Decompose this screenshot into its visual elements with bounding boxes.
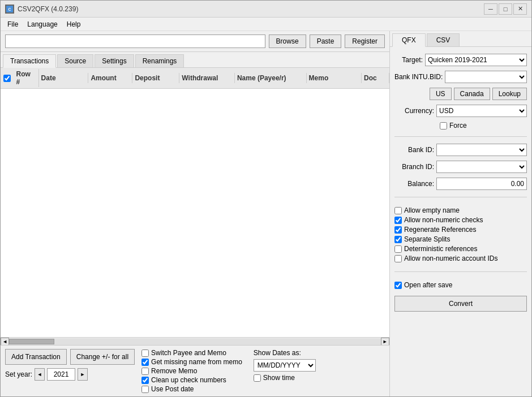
divider1 — [394, 136, 527, 137]
allow-nonnumeric-account-ids-checkbox[interactable] — [394, 255, 402, 262]
regenerate-references-label: Regenerate References — [404, 226, 476, 234]
right-tabs: QFX CSV — [390, 31, 531, 47]
title-bar: C CSV2QFX (4.0.239) ─ □ ✕ — [1, 1, 531, 18]
year-prev-button[interactable]: ◄ — [35, 368, 45, 381]
menu-bar: File Language Help — [1, 18, 531, 31]
paste-button[interactable]: Paste — [310, 34, 342, 48]
menu-language[interactable]: Language — [23, 19, 62, 29]
balance-input[interactable] — [436, 178, 527, 190]
select-all-checkbox[interactable] — [3, 75, 11, 82]
show-time-row: Show time — [254, 374, 316, 382]
open-after-save-row: Open after save — [394, 281, 527, 289]
use-post-date-label: Use Post date — [151, 385, 194, 393]
scroll-left-arrow[interactable]: ◄ — [1, 338, 9, 346]
change-for-all-button[interactable]: Change +/- for all — [70, 349, 135, 365]
cb-allow-nonnumeric-account: Allow non-numeric account IDs — [394, 254, 527, 262]
cb-allow-empty: Allow empty name — [394, 206, 527, 214]
header-checkbox-col — [1, 75, 14, 82]
date-format-row: MM/DD/YYYY DD/MM/YYYY YYYY/MM/DD — [254, 359, 316, 372]
main-content: Browse Paste Register Transactions Sourc… — [1, 31, 531, 396]
clean-check-checkbox[interactable] — [141, 377, 149, 384]
tab-csv[interactable]: CSV — [427, 33, 460, 46]
allow-nonnumeric-checks-checkbox[interactable] — [394, 217, 402, 224]
allow-nonnumeric-checks-label: Allow non-numeric checks — [404, 216, 483, 224]
menu-help[interactable]: Help — [62, 19, 85, 29]
show-dates-label: Show Dates as: — [254, 349, 316, 357]
cb-regenerate-refs: Regenerate References — [394, 226, 527, 234]
minimize-button[interactable]: ─ — [484, 3, 497, 15]
deterministic-references-checkbox[interactable] — [394, 245, 402, 253]
allow-nonnumeric-account-ids-label: Allow non-numeric account IDs — [404, 254, 497, 262]
show-time-checkbox[interactable] — [254, 374, 261, 382]
separate-splits-checkbox[interactable] — [394, 236, 402, 243]
currency-select[interactable]: USD EUR GBP CAD — [436, 105, 527, 117]
close-button[interactable]: ✕ — [513, 3, 527, 15]
window-controls: ─ □ ✕ — [484, 3, 527, 15]
bottom-left-controls: Add Transaction Change +/- for all Set y… — [5, 349, 135, 381]
add-transaction-button[interactable]: Add Transaction — [5, 349, 67, 365]
open-after-save-label: Open after save — [404, 281, 452, 289]
file-path-input[interactable] — [5, 34, 265, 48]
menu-file[interactable]: File — [3, 19, 23, 29]
maximize-button[interactable]: □ — [499, 3, 512, 15]
divider3 — [394, 271, 527, 272]
header-deposit: Deposit — [132, 73, 179, 83]
clean-check-label: Clean up check numbers — [151, 376, 226, 384]
header-memo: Memo — [307, 73, 362, 83]
tab-settings[interactable]: Settings — [95, 54, 134, 67]
target-select[interactable]: Quicken 2019-2021 Quicken 2015-2018 Quic… — [425, 54, 527, 66]
scroll-right-arrow[interactable]: ► — [381, 338, 389, 346]
window-title: CSV2QFX (4.0.239) — [18, 5, 78, 13]
convert-button[interactable]: Convert — [394, 296, 527, 312]
allow-empty-name-checkbox[interactable] — [394, 207, 402, 214]
show-time-label: Show time — [263, 374, 295, 382]
right-panel: QFX CSV Target: Quicken 2019-2021 Quicke… — [390, 31, 531, 396]
lookup-button[interactable]: Lookup — [492, 88, 527, 100]
bottom-checkboxes: Switch Payee and Memo Get missing name f… — [141, 349, 242, 393]
target-label: Target: — [394, 56, 423, 64]
action-buttons-row: Add Transaction Change +/- for all — [5, 349, 135, 365]
checkbox-remove-memo: Remove Memo — [141, 367, 242, 375]
main-window: C CSV2QFX (4.0.239) ─ □ ✕ File Language … — [0, 0, 532, 397]
left-tabs: Transactions Source Settings Renamings — [1, 52, 389, 68]
scrollbar-thumb[interactable] — [9, 339, 54, 344]
branch-id-row: Branch ID: — [394, 161, 527, 173]
open-after-save-checkbox[interactable] — [394, 282, 402, 289]
force-row: Force — [394, 122, 527, 130]
deterministic-references-label: Deterministic references — [404, 245, 477, 253]
scrollbar-track[interactable] — [9, 338, 380, 345]
canada-button[interactable]: Canada — [454, 88, 490, 100]
us-button[interactable]: US — [430, 88, 452, 100]
year-next-button[interactable]: ► — [78, 368, 88, 381]
header-name: Name (Payee/r) — [235, 73, 307, 83]
browse-button[interactable]: Browse — [269, 34, 306, 48]
divider2 — [394, 197, 527, 197]
use-post-date-checkbox[interactable] — [141, 386, 149, 393]
file-input-bar: Browse Paste Register — [1, 31, 389, 52]
force-checkbox[interactable] — [440, 122, 447, 130]
separate-splits-label: Separate Splits — [404, 235, 450, 243]
tab-source[interactable]: Source — [57, 54, 93, 67]
tab-transactions[interactable]: Transactions — [3, 54, 56, 68]
get-missing-checkbox[interactable] — [141, 359, 149, 366]
us-canada-row: US Canada Lookup — [394, 88, 527, 100]
checkbox-get-missing: Get missing name from memo — [141, 358, 242, 366]
switch-payee-checkbox[interactable] — [141, 349, 149, 357]
tab-qfx[interactable]: QFX — [392, 33, 426, 47]
table-body — [1, 89, 389, 337]
force-label: Force — [449, 122, 467, 130]
bank-intu-select[interactable] — [445, 71, 527, 83]
allow-empty-name-label: Allow empty name — [404, 206, 460, 214]
bank-intu-row: Bank INTU.BID: — [394, 71, 527, 83]
bank-id-select[interactable] — [436, 144, 527, 156]
header-withdrawal: Withdrawal — [179, 73, 235, 83]
year-input[interactable] — [47, 368, 75, 381]
regenerate-references-checkbox[interactable] — [394, 226, 402, 234]
bottom-date-controls: Show Dates as: MM/DD/YYYY DD/MM/YYYY YYY… — [254, 349, 316, 382]
branch-id-select[interactable] — [436, 161, 527, 173]
date-format-select[interactable]: MM/DD/YYYY DD/MM/YYYY YYYY/MM/DD — [254, 359, 316, 372]
remove-memo-checkbox[interactable] — [141, 368, 149, 375]
currency-row: Currency: USD EUR GBP CAD — [394, 105, 527, 117]
register-button[interactable]: Register — [345, 34, 385, 48]
tab-renamings[interactable]: Renamings — [135, 54, 185, 67]
